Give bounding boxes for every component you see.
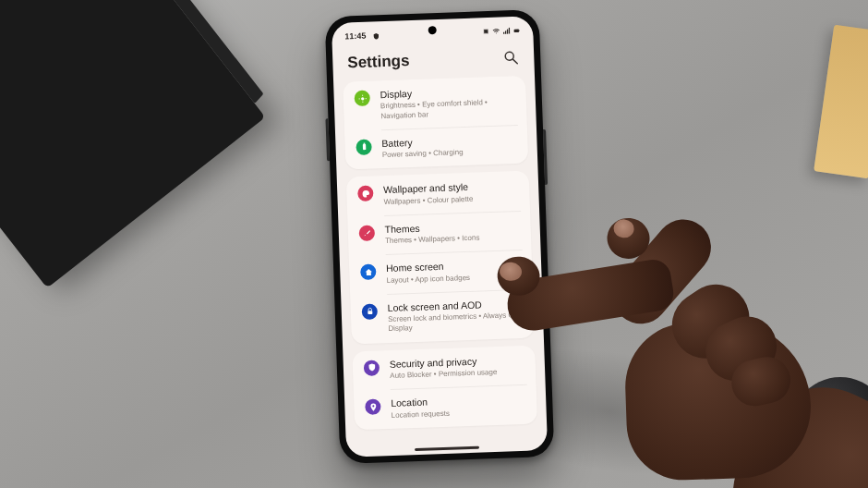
svg-point-4 bbox=[361, 97, 364, 100]
svg-rect-1 bbox=[519, 30, 520, 31]
svg-rect-10 bbox=[363, 143, 365, 144]
volume-button bbox=[325, 118, 330, 161]
settings-item-lock-screen[interactable]: Lock screen and AODScreen lock and biome… bbox=[350, 288, 535, 344]
pin-icon bbox=[365, 399, 381, 416]
wooden-prop bbox=[814, 25, 868, 179]
settings-item-themes[interactable]: ThemesThemes • Wallpapers • Icons bbox=[347, 210, 531, 255]
brush-icon bbox=[359, 225, 376, 241]
red-tag bbox=[829, 466, 859, 482]
settings-item-wallpaper[interactable]: Wallpaper and styleWallpapers • Colour p… bbox=[346, 171, 530, 216]
battery-status-icon bbox=[512, 27, 520, 34]
svg-line-3 bbox=[513, 59, 518, 64]
settings-item-security[interactable]: Security and privacyAuto Blocker • Permi… bbox=[352, 345, 536, 390]
settings-item-display[interactable]: DisplayBrightness • Eye comfort shield •… bbox=[343, 76, 527, 131]
item-subtitle: Themes • Wallpapers • Icons bbox=[385, 234, 480, 247]
home-icon bbox=[360, 264, 377, 281]
power-button bbox=[543, 129, 548, 185]
settings-group: Wallpaper and styleWallpapers • Colour p… bbox=[346, 171, 535, 344]
svg-rect-11 bbox=[368, 311, 372, 315]
item-subtitle: Layout • App icon badges bbox=[386, 273, 470, 286]
settings-item-location[interactable]: LocationLocation requests bbox=[354, 384, 537, 430]
item-subtitle: Location requests bbox=[392, 409, 450, 421]
battery-icon bbox=[356, 139, 372, 155]
settings-group: DisplayBrightness • Eye comfort shield •… bbox=[343, 76, 528, 170]
palette-icon bbox=[357, 186, 374, 202]
shield-icon bbox=[364, 360, 380, 376]
search-icon bbox=[502, 49, 520, 67]
phone-screen: 11:45 Settings bbox=[332, 16, 548, 457]
product-box-side bbox=[107, 0, 264, 104]
product-box: Galaxy S25 Ultra bbox=[0, 0, 265, 288]
status-time: 11:45 bbox=[344, 31, 366, 42]
item-subtitle: Brightness • Eye comfort shield • Naviga… bbox=[380, 97, 516, 121]
item-subtitle: Power saving • Charging bbox=[382, 148, 464, 160]
phone-frame: 11:45 Settings bbox=[325, 9, 555, 464]
lock-icon bbox=[361, 303, 378, 320]
item-title: Location bbox=[391, 396, 450, 409]
item-subtitle: Wallpapers • Colour palette bbox=[383, 194, 473, 207]
svg-rect-9 bbox=[362, 144, 366, 150]
wifi-icon bbox=[492, 28, 500, 35]
settings-item-home-screen[interactable]: Home screenLayout • App icon badges bbox=[349, 250, 533, 295]
item-subtitle: Screen lock and biometrics • Always On D… bbox=[388, 311, 524, 335]
settings-item-battery[interactable]: BatteryPower saving • Charging bbox=[344, 125, 528, 170]
signal-icon bbox=[502, 27, 510, 34]
page-title: Settings bbox=[347, 52, 410, 72]
settings-list[interactable]: DisplayBrightness • Eye comfort shield •… bbox=[333, 75, 548, 457]
settings-group: Security and privacyAuto Blocker • Permi… bbox=[352, 345, 537, 430]
nfc-icon bbox=[482, 28, 489, 35]
svg-rect-0 bbox=[514, 30, 519, 33]
photo-scene: Galaxy S25 Ultra 11:45 bbox=[0, 0, 868, 488]
search-button[interactable] bbox=[502, 49, 520, 67]
notification-icon bbox=[372, 32, 380, 40]
sun-icon bbox=[354, 91, 370, 107]
